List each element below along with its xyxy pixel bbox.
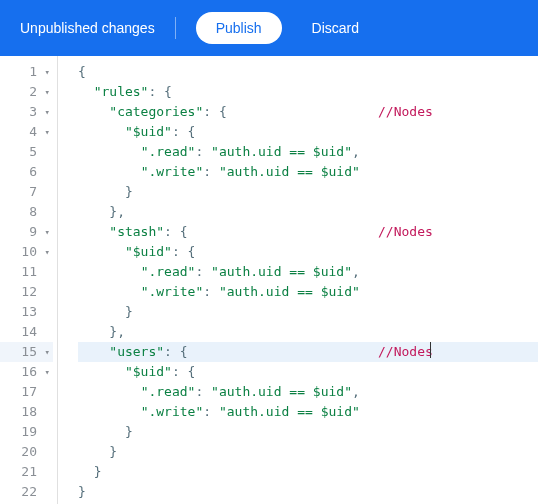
code-line[interactable]: }	[78, 302, 538, 322]
code-line[interactable]: }	[78, 462, 538, 482]
token-str: "auth.uid == $uid"	[211, 384, 352, 399]
token-punc: }	[94, 464, 102, 479]
line-number: 22	[0, 482, 53, 502]
token-str: "auth.uid == $uid"	[219, 164, 360, 179]
line-number: 11	[0, 262, 53, 282]
code-area[interactable]: { "rules": { "categories": {//Nodes "$ui…	[58, 56, 538, 504]
toolbar-divider	[175, 17, 176, 39]
code-line[interactable]: },	[78, 202, 538, 222]
token-punc: :	[195, 384, 211, 399]
line-number: 9	[0, 222, 53, 242]
token-str: "auth.uid == $uid"	[219, 284, 360, 299]
line-number: 5	[0, 142, 53, 162]
code-line[interactable]: "categories": {//Nodes	[78, 102, 538, 122]
line-number: 10	[0, 242, 53, 262]
code-line[interactable]: "$uid": {	[78, 122, 538, 142]
line-number: 7	[0, 182, 53, 202]
discard-button[interactable]: Discard	[300, 12, 371, 44]
token-punc: }	[125, 424, 133, 439]
token-punc: : {	[164, 344, 187, 359]
token-key: "rules"	[94, 84, 149, 99]
line-number: 19	[0, 422, 53, 442]
token-key: "$uid"	[125, 244, 172, 259]
token-key: "$uid"	[125, 364, 172, 379]
code-line[interactable]: }	[78, 182, 538, 202]
code-line[interactable]: "$uid": {	[78, 362, 538, 382]
line-number: 13	[0, 302, 53, 322]
code-line[interactable]: ".read": "auth.uid == $uid",	[78, 142, 538, 162]
code-line[interactable]: ".write": "auth.uid == $uid"	[78, 402, 538, 422]
token-str: "auth.uid == $uid"	[211, 264, 352, 279]
code-line[interactable]: ".read": "auth.uid == $uid",	[78, 382, 538, 402]
token-str: "auth.uid == $uid"	[211, 144, 352, 159]
token-key: ".read"	[141, 144, 196, 159]
token-punc: :	[203, 404, 219, 419]
code-line[interactable]: }	[78, 442, 538, 462]
code-line[interactable]: {	[78, 62, 538, 82]
token-punc: {	[78, 64, 86, 79]
line-number: 14	[0, 322, 53, 342]
comment: //Nodes	[378, 342, 433, 362]
token-key: ".write"	[141, 404, 204, 419]
line-number: 4	[0, 122, 53, 142]
line-number: 21	[0, 462, 53, 482]
token-punc: : {	[172, 364, 195, 379]
token-punc: }	[125, 304, 133, 319]
token-punc: :	[203, 164, 219, 179]
code-line[interactable]: ".write": "auth.uid == $uid"	[78, 282, 538, 302]
line-number: 18	[0, 402, 53, 422]
token-punc: :	[195, 144, 211, 159]
token-punc: : {	[172, 124, 195, 139]
token-punc: ,	[352, 144, 360, 159]
token-key: ".write"	[141, 164, 204, 179]
toolbar: Unpublished changes Publish Discard	[0, 0, 538, 56]
token-punc: : {	[148, 84, 171, 99]
code-line[interactable]: }	[78, 422, 538, 442]
token-punc: },	[109, 324, 125, 339]
line-number: 6	[0, 162, 53, 182]
token-punc: : {	[164, 224, 187, 239]
token-punc: }	[125, 184, 133, 199]
code-line[interactable]: "stash": {//Nodes	[78, 222, 538, 242]
token-punc: :	[195, 264, 211, 279]
code-editor[interactable]: 12345678910111213141516171819202122 { "r…	[0, 56, 538, 504]
code-line[interactable]: "users": {//Nodes	[78, 342, 538, 362]
comment: //Nodes	[378, 102, 433, 122]
token-punc: },	[109, 204, 125, 219]
token-punc: ,	[352, 384, 360, 399]
token-key: "$uid"	[125, 124, 172, 139]
line-number: 15	[0, 342, 53, 362]
line-number: 1	[0, 62, 53, 82]
code-line[interactable]: "$uid": {	[78, 242, 538, 262]
comment: //Nodes	[378, 222, 433, 242]
line-number: 17	[0, 382, 53, 402]
publish-button[interactable]: Publish	[196, 12, 282, 44]
token-key: "categories"	[109, 104, 203, 119]
line-number: 16	[0, 362, 53, 382]
line-number: 3	[0, 102, 53, 122]
token-str: "auth.uid == $uid"	[219, 404, 360, 419]
code-line[interactable]: ".write": "auth.uid == $uid"	[78, 162, 538, 182]
token-key: ".read"	[141, 384, 196, 399]
line-number: 12	[0, 282, 53, 302]
token-key: "users"	[109, 344, 164, 359]
code-line[interactable]: ".read": "auth.uid == $uid",	[78, 262, 538, 282]
unpublished-changes-label: Unpublished changes	[20, 20, 155, 36]
line-number: 8	[0, 202, 53, 222]
code-line[interactable]: "rules": {	[78, 82, 538, 102]
code-line[interactable]: }	[78, 482, 538, 502]
token-punc: ,	[352, 264, 360, 279]
line-number: 2	[0, 82, 53, 102]
token-key: ".read"	[141, 264, 196, 279]
token-key: ".write"	[141, 284, 204, 299]
token-key: "stash"	[109, 224, 164, 239]
code-line[interactable]: },	[78, 322, 538, 342]
token-punc: : {	[203, 104, 226, 119]
line-number-gutter: 12345678910111213141516171819202122	[0, 56, 58, 504]
token-punc: : {	[172, 244, 195, 259]
token-punc: :	[203, 284, 219, 299]
token-punc: }	[109, 444, 117, 459]
token-punc: }	[78, 484, 86, 499]
line-number: 20	[0, 442, 53, 462]
text-cursor	[430, 342, 431, 358]
